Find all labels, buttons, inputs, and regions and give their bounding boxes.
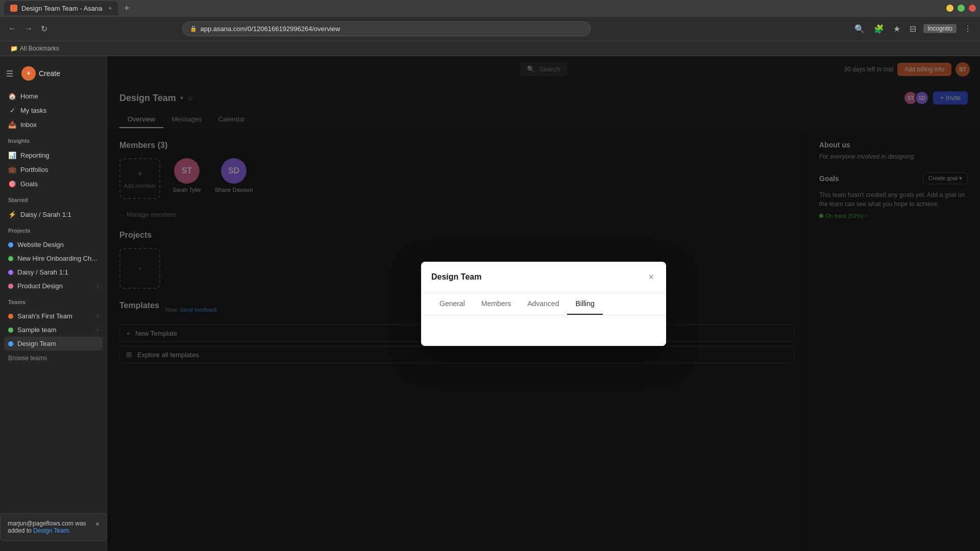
inbox-label: Inbox [20,121,99,129]
sidebar: ☰ + Create 🏠 Home ✓ My tasks 📥 Inbox Ins… [0,56,107,551]
sidebar-item-my-tasks[interactable]: ✓ My tasks [4,103,103,117]
bookmarks-label: All Bookmarks [20,45,59,52]
browser-chrome: Design Team Team - Asana × + − □ × ← → ↻… [0,0,980,56]
sidebar-item-website-design[interactable]: Website Design [4,238,103,252]
portfolios-label: Portfolios [20,166,99,173]
folder-icon: 📁 [10,45,18,52]
modal-tab-general[interactable]: General [431,293,473,315]
sidebar-item-sample-team[interactable]: Sample team › [4,323,103,337]
sidebar-item-reporting[interactable]: 📊 Reporting [4,148,103,162]
reporting-label: Reporting [20,152,99,159]
main-content: 🔍 Search 30 days left in trial Add billi… [107,56,980,551]
website-design-dot [8,242,13,247]
back-button[interactable]: ← [6,22,18,35]
sidebar-item-daisy-sarah2[interactable]: Daisy / Sarah 1:1 [4,265,103,279]
toolbar-right: 🔍 🧩 ★ ⊟ Incognito ⋮ [852,22,974,36]
sarahs-team-label: Sarah's First Team [17,312,93,320]
goals-label: Goals [20,180,99,188]
maximize-button[interactable]: □ [958,5,965,12]
sidebar-item-goals[interactable]: 🎯 Goals [4,177,103,191]
sidebar-item-product-design[interactable]: Product Design › [4,279,103,293]
toast-message: marjun@pageflows.com was added to Design… [8,520,91,534]
modal-close-button[interactable]: × [646,270,656,285]
toast-team-link[interactable]: Design Team [33,527,69,534]
sidebar-item-sarahs-team[interactable]: Sarah's First Team › [4,309,103,323]
browser-titlebar: Design Team Team - Asana × + − □ × [0,0,980,17]
product-design-chevron: › [97,283,99,289]
daisy-sarah2-dot [8,270,13,275]
sample-team-dot [8,328,13,333]
goals-icon: 🎯 [8,180,16,188]
new-tab-button[interactable]: + [120,3,134,14]
bookmarks-folder[interactable]: 📁 All Bookmarks [6,43,63,54]
sarahs-team-chevron: › [97,313,99,319]
home-label: Home [20,92,99,100]
incognito-badge: Incognito [923,24,957,33]
tasks-icon: ✓ [8,106,16,114]
sidebar-item-design-team[interactable]: Design Team [4,337,103,350]
app-container: ☰ + Create 🏠 Home ✓ My tasks 📥 Inbox Ins… [0,56,980,551]
starred-section-title: Starred [0,193,107,205]
forward-button[interactable]: → [22,22,35,35]
sidebar-icon[interactable]: ⊟ [908,22,918,36]
modal-tab-members[interactable]: Members [473,293,519,315]
sidebar-item-daisy-sarah[interactable]: ⚡ Daisy / Sarah 1:1 [4,207,103,221]
projects-section-title: Projects [0,223,107,236]
url-text: app.asana.com/0/1206166192996264/overvie… [200,25,340,33]
inbox-icon: 📥 [8,120,16,129]
product-design-dot [8,284,13,289]
close-button[interactable]: × [969,5,976,12]
product-design-label: Product Design [17,282,93,290]
create-avatar: + [21,66,36,81]
bookmark-icon[interactable]: ★ [891,22,902,36]
sidebar-header: ☰ + Create [0,60,107,87]
modal-body [421,315,666,346]
address-bar[interactable]: 🔒 app.asana.com/0/1206166192996264/overv… [182,21,591,36]
toast-suffix: . [69,527,70,534]
design-team-label: Design Team [17,340,99,347]
sample-team-chevron: › [97,327,99,333]
new-hire-dot [8,256,13,261]
create-button[interactable]: + Create [17,64,64,83]
toast-notification: marjun@pageflows.com was added to Design… [0,513,107,541]
insights-navigation: 📊 Reporting 💼 Portfolios 🎯 Goals [0,146,107,193]
website-design-label: Website Design [17,241,99,248]
toast-close-button[interactable]: × [95,520,100,528]
projects-navigation: Website Design New Hire Onboarding Ch...… [0,236,107,295]
insights-section-title: Insights [0,134,107,146]
close-tab-button[interactable]: × [109,5,112,11]
modal-title: Design Team [431,272,646,282]
daisy-sarah-label: Daisy / Sarah 1:1 [20,211,99,218]
sidebar-item-home[interactable]: 🏠 Home [4,89,103,103]
reporting-icon: 📊 [8,151,16,159]
new-hire-label: New Hire Onboarding Ch... [17,255,99,262]
modal-dialog: Design Team × General Members Advanced B… [421,262,666,346]
browser-tab[interactable]: Design Team Team - Asana × [4,1,118,15]
bookmarks-bar: 📁 All Bookmarks [0,41,980,56]
browse-teams-link[interactable]: Browse teams [0,353,107,364]
create-label: Create [39,69,60,78]
browser-toolbar: ← → ↻ 🔒 app.asana.com/0/1206166192996264… [0,17,980,41]
modal-tabs: General Members Advanced Billing [421,293,666,315]
window-controls: − □ × [946,5,976,12]
starred-navigation: ⚡ Daisy / Sarah 1:1 [0,205,107,223]
daisy-sarah2-label: Daisy / Sarah 1:1 [17,268,99,276]
sidebar-item-inbox[interactable]: 📥 Inbox [4,117,103,132]
modal-header: Design Team × [421,262,666,293]
sidebar-item-portfolios[interactable]: 💼 Portfolios [4,162,103,177]
minimize-button[interactable]: − [946,5,953,12]
reload-button[interactable]: ↻ [39,22,50,36]
sidebar-menu-icon[interactable]: ☰ [6,69,13,79]
sidebar-item-new-hire[interactable]: New Hire Onboarding Ch... [4,252,103,265]
extensions-icon[interactable]: 🧩 [872,22,886,36]
menu-icon[interactable]: ⋮ [962,22,974,36]
lock-icon: 🔒 [190,26,197,32]
sarahs-team-dot [8,314,13,319]
sample-team-label: Sample team [17,326,93,334]
modal-tab-advanced[interactable]: Advanced [519,293,567,315]
modal-overlay[interactable]: Design Team × General Members Advanced B… [107,56,980,551]
teams-navigation: Sarah's First Team › Sample team › Desig… [0,307,107,353]
portfolios-icon: 💼 [8,165,16,173]
modal-tab-billing[interactable]: Billing [567,293,602,315]
search-icon[interactable]: 🔍 [852,22,867,36]
